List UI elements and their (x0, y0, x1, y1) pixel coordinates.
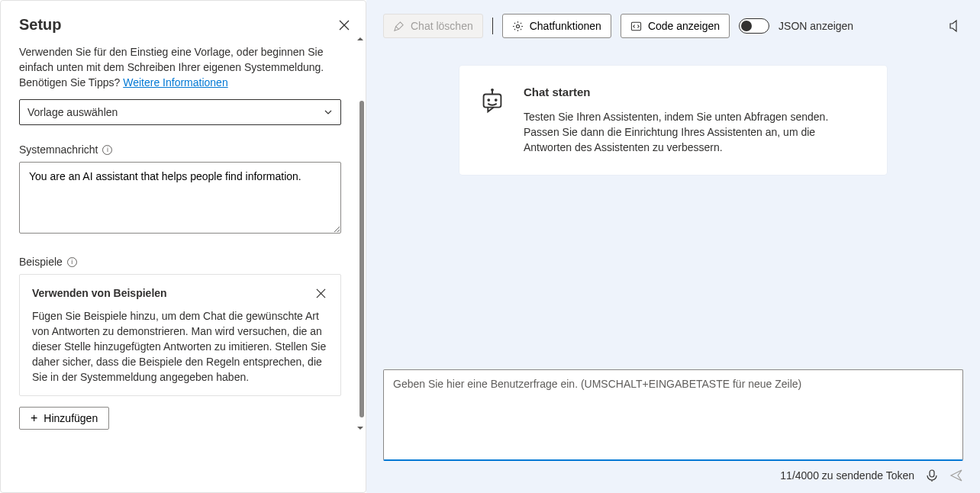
start-chat-text: Chat starten Testen Sie Ihren Assistente… (524, 85, 864, 155)
setup-header: Setup (19, 16, 352, 34)
start-chat-title: Chat starten (524, 85, 864, 98)
system-message-input[interactable] (19, 162, 341, 234)
examples-label: Beispiele i (19, 256, 341, 268)
plus-icon: + (31, 412, 37, 424)
svg-point-4 (495, 98, 498, 102)
setup-panel: Setup Verwenden Sie für den Einstieg ein… (0, 0, 366, 493)
template-select-placeholder: Vorlage auswählen (27, 106, 118, 118)
clear-chat-label: Chat löschen (411, 20, 473, 32)
chat-footer: 11/4000 zu sendende Token (383, 469, 963, 482)
json-toggle-label: JSON anzeigen (779, 20, 853, 32)
chevron-down-icon (324, 108, 333, 117)
bot-icon (478, 87, 507, 116)
send-icon[interactable] (949, 469, 963, 482)
chat-input-area: 11/4000 zu sendende Token (383, 369, 963, 482)
app-root: Setup Verwenden Sie für den Einstieg ein… (0, 0, 980, 493)
gear-icon (512, 21, 524, 32)
toggle-knob (741, 21, 752, 31)
svg-point-6 (491, 89, 494, 92)
chat-input[interactable] (383, 369, 963, 461)
divider (492, 18, 493, 34)
svg-point-0 (516, 24, 519, 27)
broom-icon (393, 21, 405, 32)
chat-toolbar: Chat löschen Chatfunktionen Code anzeige… (383, 14, 963, 38)
add-example-button[interactable]: + Hinzufügen (19, 407, 109, 430)
chat-panel: Chat löschen Chatfunktionen Code anzeige… (366, 0, 980, 493)
more-info-link[interactable]: Weitere Informationen (123, 76, 227, 89)
close-icon (316, 288, 326, 298)
setup-scroll-area[interactable]: Verwenden Sie für den Einstieg eine Vorl… (19, 44, 352, 477)
close-examples-card-button[interactable] (313, 285, 328, 301)
examples-card-body: Fügen Sie Beispiele hinzu, um dem Chat d… (32, 308, 328, 385)
info-icon[interactable]: i (102, 145, 112, 155)
code-icon (630, 21, 642, 32)
scrollbar[interactable] (358, 35, 364, 432)
start-chat-card: Chat starten Testen Sie Ihren Assistente… (459, 66, 887, 175)
clear-chat-button[interactable]: Chat löschen (383, 14, 483, 38)
svg-rect-7 (930, 470, 934, 477)
examples-card-title: Verwenden von Beispielen (32, 287, 167, 299)
scroll-thumb[interactable] (359, 101, 364, 417)
chat-functions-label: Chatfunktionen (530, 20, 601, 32)
token-counter: 11/4000 zu sendende Token (780, 469, 914, 482)
speaker-icon[interactable] (948, 18, 963, 34)
show-code-button[interactable]: Code anzeigen (621, 14, 730, 38)
system-message-label: Systemnachricht i (19, 143, 341, 156)
examples-card: Verwenden von Beispielen Fügen Sie Beisp… (19, 274, 341, 396)
system-message-label-text: Systemnachricht (19, 143, 98, 156)
close-setup-button[interactable] (337, 18, 352, 33)
setup-intro-text: Verwenden Sie für den Einstieg eine Vorl… (19, 44, 341, 90)
add-example-label: Hinzufügen (44, 412, 98, 424)
close-icon (339, 20, 350, 31)
examples-card-header: Verwenden von Beispielen (32, 285, 328, 301)
start-chat-body: Testen Sie Ihren Assistenten, indem Sie … (524, 109, 864, 155)
svg-point-3 (487, 98, 490, 102)
chat-functions-button[interactable]: Chatfunktionen (502, 14, 611, 38)
microphone-icon[interactable] (925, 469, 939, 482)
scroll-up-icon[interactable] (356, 35, 364, 43)
scroll-down-icon[interactable] (356, 424, 364, 432)
info-icon[interactable]: i (67, 257, 77, 267)
setup-title: Setup (19, 16, 62, 34)
template-select[interactable]: Vorlage auswählen (19, 99, 341, 125)
show-code-label: Code anzeigen (648, 20, 720, 32)
json-toggle[interactable] (739, 18, 769, 34)
examples-label-text: Beispiele (19, 256, 63, 268)
